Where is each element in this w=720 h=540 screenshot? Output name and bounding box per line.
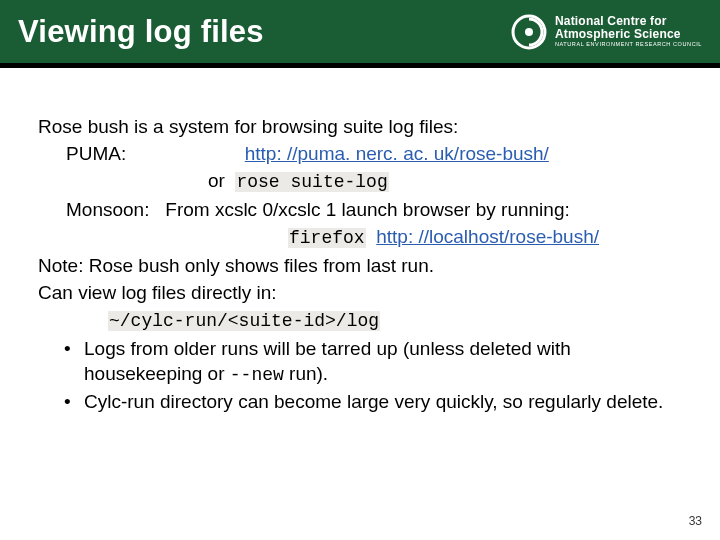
- path-line: ~/cylc-run/<suite-id>/log: [38, 307, 682, 334]
- monsoon-text: From xcslc 0/xcslc 1 launch browser by r…: [165, 199, 569, 220]
- or-label: or: [208, 170, 225, 191]
- puma-line: PUMA: http: //puma. nerc. ac. uk/rose-bu…: [38, 141, 682, 166]
- slide-title: Viewing log files: [18, 14, 264, 50]
- puma-label: PUMA:: [66, 143, 126, 164]
- logo-swirl-icon: [511, 14, 547, 50]
- bullet1-text-b: run).: [284, 363, 328, 384]
- ncas-logo: National Centre for Atmospheric Science …: [511, 14, 702, 50]
- monsoon-label: Monsoon:: [66, 199, 149, 220]
- bullet2-text: Cylc-run directory can become large very…: [84, 391, 663, 412]
- or-line: or rose suite-log: [38, 168, 682, 195]
- page-number: 33: [689, 514, 702, 528]
- note-line: Note: Rose bush only shows files from la…: [38, 253, 682, 278]
- logo-text: National Centre for Atmospheric Science …: [555, 15, 702, 48]
- cylc-path: ~/cylc-run/<suite-id>/log: [108, 311, 380, 331]
- monsoon-line: Monsoon: From xcslc 0/xcslc 1 launch bro…: [38, 197, 682, 222]
- svg-point-1: [525, 28, 533, 36]
- logo-subline: NATURAL ENVIRONMENT RESEARCH COUNCIL: [555, 41, 702, 47]
- rose-suite-log-cmd: rose suite-log: [235, 172, 388, 192]
- bullet-list: Logs from older runs will be tarred up (…: [38, 336, 682, 415]
- new-flag: --new: [230, 365, 284, 385]
- puma-url-link[interactable]: http: //puma. nerc. ac. uk/rose-bush/: [245, 143, 549, 164]
- firefox-cmd: firefox: [288, 228, 366, 248]
- view-direct-line: Can view log files directly in:: [38, 280, 682, 305]
- firefox-line: firefox http: //localhost/rose-bush/: [38, 224, 682, 251]
- localhost-url-link[interactable]: http: //localhost/rose-bush/: [376, 226, 599, 247]
- intro-line: Rose bush is a system for browsing suite…: [38, 114, 682, 139]
- slide-body: Rose bush is a system for browsing suite…: [0, 68, 720, 415]
- list-item: Cylc-run directory can become large very…: [64, 389, 682, 414]
- slide-header: Viewing log files National Centre for At…: [0, 0, 720, 68]
- logo-line2: Atmospheric Science: [555, 27, 681, 41]
- list-item: Logs from older runs will be tarred up (…: [64, 336, 682, 388]
